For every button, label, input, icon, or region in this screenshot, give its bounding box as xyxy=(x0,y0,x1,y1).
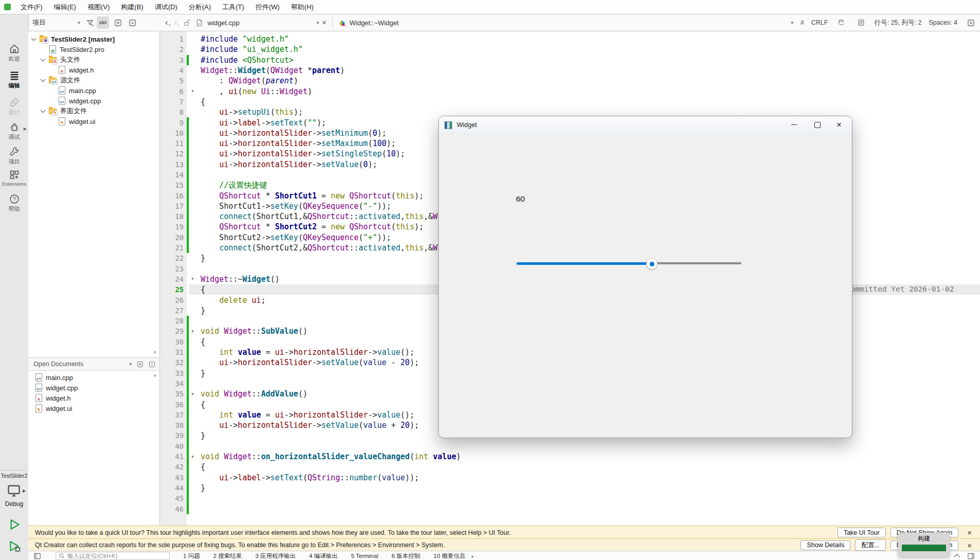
code-line[interactable]: 40 xyxy=(160,441,516,451)
output-pane-3[interactable]: 3 应用程序输出 xyxy=(255,552,296,560)
tree-item-源文件[interactable]: c+源文件 xyxy=(28,75,159,85)
code-line[interactable]: 2#include "ui_widget.h" xyxy=(160,44,516,55)
menu-item[interactable]: 编辑(E) xyxy=(48,1,82,14)
document-combobox[interactable]: widget.cpp xyxy=(207,19,239,27)
tree-item-界面文件[interactable]: ✎界面文件 xyxy=(28,106,159,116)
code-line[interactable]: 4Widget::Widget(QWidget *parent) xyxy=(160,65,516,76)
code-line[interactable]: 7{ xyxy=(160,97,516,107)
expand-chevron-icon[interactable] xyxy=(41,56,46,61)
tree-scroll-down-icon[interactable]: ▼ xyxy=(153,350,157,355)
notification-close-icon[interactable]: × xyxy=(963,528,976,537)
code-line[interactable]: 46 xyxy=(160,503,516,514)
encoding-icon[interactable] xyxy=(835,16,848,29)
tree-item-widget.ui[interactable]: ✎widget.ui xyxy=(28,116,159,127)
expand-all-icon[interactable] xyxy=(112,16,124,29)
code-line[interactable]: 5 : QWidget(parent) xyxy=(160,76,516,86)
widget-app-window[interactable]: Widget × 60 xyxy=(438,116,852,438)
menu-item[interactable]: 工具(T) xyxy=(217,1,250,14)
notification-button-配置-[interactable]: 配置... xyxy=(855,539,885,551)
code-line[interactable]: 42{ xyxy=(160,462,516,472)
tree-item-头文件[interactable]: h头文件 xyxy=(28,55,159,65)
slider-filled-track[interactable] xyxy=(516,262,651,265)
output-pane-6[interactable]: 6 版本控制 xyxy=(391,552,420,560)
symbol-combobox[interactable]: Widget::~Widget xyxy=(349,19,399,27)
menu-item[interactable]: 文件(F) xyxy=(15,1,48,14)
notification-close-icon[interactable]: × xyxy=(963,541,976,550)
tree-item-widget.h[interactable]: hwidget.h xyxy=(28,65,159,75)
notification-button-show-details[interactable]: Show Details xyxy=(800,540,850,550)
mode-debug[interactable]: 调试▶ xyxy=(0,121,28,141)
menu-item[interactable]: 视图(V) xyxy=(82,1,115,14)
close-button[interactable]: × xyxy=(828,116,850,133)
tree-item-main.cpp[interactable]: c+main.cpp xyxy=(28,85,159,96)
fold-marker-icon[interactable]: ▼ xyxy=(189,89,197,94)
document-properties-icon[interactable] xyxy=(855,16,867,29)
line-column-indicator[interactable]: 行号: 25, 列号: 2 xyxy=(875,19,922,27)
open-document-main.cpp[interactable]: c+main.cpp xyxy=(28,372,153,383)
menu-item[interactable]: 帮助(H) xyxy=(286,1,319,14)
link-with-editor-icon[interactable] xyxy=(97,16,109,29)
debug-flyout-icon[interactable]: ▶ xyxy=(24,127,27,131)
fold-marker-icon[interactable]: ▼ xyxy=(189,392,197,396)
indent-indicator[interactable]: Spaces: 4 xyxy=(929,19,957,26)
expand-chevron-icon[interactable] xyxy=(31,35,37,41)
code-line[interactable]: 44} xyxy=(160,483,516,493)
output-panes-caret-icon[interactable]: ▲ xyxy=(471,554,474,558)
unlock-icon[interactable] xyxy=(181,16,193,29)
menu-item[interactable]: 调试(D) xyxy=(149,1,183,14)
menu-item[interactable]: 控件(W) xyxy=(250,1,286,14)
filter-icon[interactable] xyxy=(84,16,97,29)
panel-chevron-down-icon[interactable]: ▾ xyxy=(129,362,132,367)
widget-title-bar[interactable]: Widget × xyxy=(439,116,852,134)
locator-input[interactable]: 输入以定位(Ctrl+K) xyxy=(56,552,170,560)
open-document-widget.cpp[interactable]: c+widget.cpp xyxy=(28,383,153,393)
expand-chevron-icon[interactable] xyxy=(41,77,46,82)
fold-marker-icon[interactable]: ▼ xyxy=(189,455,197,459)
mode-help[interactable]: ?帮助 xyxy=(0,193,28,213)
mode-home[interactable]: 欢迎 xyxy=(0,43,28,63)
eol-indicator[interactable]: CRLF xyxy=(811,19,828,26)
notification-button-take-ui-tour[interactable]: Take UI Tour xyxy=(838,528,886,537)
code-line[interactable]: 3#include <QShortcut> xyxy=(160,55,516,65)
toggle-right-sidebar-icon[interactable] xyxy=(967,552,975,560)
output-pane-5[interactable]: 5 Terminal xyxy=(351,553,378,559)
open-document-widget.ui[interactable]: ✎widget.ui xyxy=(28,403,153,413)
slider-handle[interactable] xyxy=(646,258,657,269)
output-pane-2[interactable]: 2 搜索结果 xyxy=(213,552,242,560)
debug-run-button[interactable] xyxy=(7,539,22,553)
fold-marker-icon[interactable]: ▼ xyxy=(189,277,197,281)
chevron-down-icon[interactable]: ▾ xyxy=(78,20,80,25)
panel-split-icon[interactable] xyxy=(137,361,144,368)
tree-item-widget.cpp[interactable]: c+widget.cpp xyxy=(28,96,159,106)
kit-selector-icon[interactable] xyxy=(7,483,21,498)
symbol-list-chevron-icon[interactable]: ▾ xyxy=(791,20,794,25)
mode-projects[interactable]: 项目 xyxy=(0,146,28,166)
tree-item-TestSlider2.pro[interactable]: qtTestSlider2.pro xyxy=(28,44,159,55)
output-pane-1[interactable]: 1 问题 xyxy=(183,552,200,560)
docs-scroll-up-icon[interactable]: ▲ xyxy=(153,373,157,377)
maximize-button[interactable] xyxy=(807,116,828,133)
menu-item[interactable]: 分析(A) xyxy=(183,1,217,14)
fold-marker-icon[interactable]: ▼ xyxy=(189,329,197,334)
expand-chevron-icon[interactable] xyxy=(41,107,46,113)
open-document-widget.h[interactable]: hwidget.h xyxy=(28,393,153,403)
tree-item-TestSlider2-master-[interactable]: ✱TestSlider2 [master] xyxy=(28,34,159,44)
kit-build-config[interactable]: Debug xyxy=(0,500,28,508)
close-document-icon[interactable]: × xyxy=(319,19,329,27)
toggle-left-sidebar-icon[interactable] xyxy=(33,552,41,560)
project-combobox[interactable]: 项目 xyxy=(32,18,46,27)
slider-empty-track[interactable] xyxy=(651,262,741,264)
minimize-button[interactable] xyxy=(783,116,805,133)
mode-extensions[interactable]: Extensions xyxy=(0,169,28,187)
macro-indicator[interactable]: # xyxy=(800,19,804,26)
code-line[interactable]: 43 ui->label->setText(QString::number(va… xyxy=(160,472,516,482)
expand-output-icon[interactable] xyxy=(954,554,959,559)
output-pane-4[interactable]: 4 编译输出 xyxy=(309,552,338,560)
mode-edit[interactable]: 编辑 xyxy=(0,70,28,89)
menu-item[interactable]: 构建(B) xyxy=(115,1,149,14)
run-button[interactable] xyxy=(7,517,22,532)
code-line[interactable]: 6▼ , ui(new Ui::Widget) xyxy=(160,86,516,96)
panel-close-icon[interactable] xyxy=(149,361,155,368)
split-editor-icon[interactable] xyxy=(965,16,977,29)
collapse-all-icon[interactable] xyxy=(127,16,139,29)
